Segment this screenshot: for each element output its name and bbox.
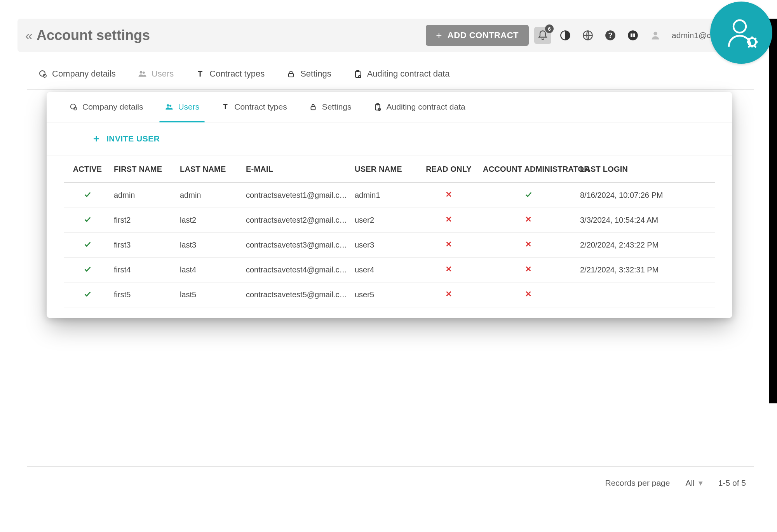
cell-first-name: first5 — [111, 283, 177, 307]
svg-point-6 — [40, 71, 45, 76]
cell-user-name: user3 — [352, 233, 418, 258]
check-icon — [83, 192, 92, 200]
check-icon — [83, 241, 92, 250]
lock-icon — [309, 103, 317, 111]
inner-tab-settings[interactable]: Settings — [298, 92, 362, 122]
col-read-only[interactable]: READ ONLY — [418, 155, 480, 183]
cell-last-login: 2/20/2024, 2:43:22 PM — [577, 233, 715, 258]
users-icon — [138, 69, 147, 78]
table-row[interactable]: first5last5contractsavetest5@gmail.comus… — [64, 283, 715, 307]
pagination-footer: Records per page All ▾ 1-5 of 5 — [27, 466, 754, 488]
cell-first-name: admin — [111, 183, 177, 208]
users-icon — [165, 103, 173, 111]
page-size-select[interactable]: All ▾ — [685, 478, 702, 488]
cell-first-name: first2 — [111, 208, 177, 233]
cell-last-name: last3 — [177, 233, 243, 258]
col-user-name[interactable]: USER NAME — [352, 155, 418, 183]
table-row[interactable]: first4last4contractsavetest4@gmail.comus… — [64, 258, 715, 283]
table-row[interactable]: adminadmincontractsavetest1@gmail.comadm… — [64, 183, 715, 208]
add-contract-button[interactable]: + ADD CONTRACT — [426, 25, 529, 46]
svg-text:T: T — [198, 70, 202, 78]
help-button[interactable]: ? — [602, 27, 619, 44]
cell-last-name: last4 — [177, 258, 243, 283]
person-gear-icon — [723, 14, 760, 51]
tab-settings[interactable]: Settings — [275, 58, 342, 89]
inner-tab-contract-types[interactable]: T Contract types — [210, 92, 298, 122]
col-last-login[interactable]: LAST LOGIN — [577, 155, 715, 183]
outer-tabs: Company details Users T Contract types S… — [27, 58, 754, 90]
cell-last-login: 3/3/2024, 10:54:24 AM — [577, 208, 715, 233]
add-contract-label: ADD CONTRACT — [448, 30, 519, 40]
top-bar-actions: + ADD CONTRACT 6 ? admin1@contractsavep — [426, 19, 758, 52]
col-active[interactable]: ACTIVE — [64, 155, 111, 183]
inner-tab-auditing[interactable]: Auditing contract data — [362, 92, 476, 122]
user-avatar-icon[interactable] — [647, 27, 664, 44]
svg-point-23 — [378, 108, 380, 111]
records-per-page-label: Records per page — [605, 478, 670, 488]
type-icon: T — [195, 69, 205, 78]
cell-user-name: admin1 — [352, 183, 418, 208]
tab-contract-types[interactable]: T Contract types — [185, 58, 275, 89]
cell-user-name: user5 — [352, 283, 418, 307]
svg-point-18 — [170, 105, 171, 106]
lock-icon — [286, 69, 296, 78]
chevron-down-icon: ▾ — [699, 478, 703, 488]
invite-user-label: INVITE USER — [106, 134, 160, 143]
book-icon — [627, 30, 638, 41]
right-edge-decoration — [769, 19, 777, 403]
type-icon: T — [221, 103, 230, 111]
svg-rect-11 — [289, 73, 293, 77]
cell-last-name: last2 — [177, 208, 243, 233]
tab-contract-types-label: Contract types — [209, 69, 265, 79]
cell-email: contractsavetest4@gmail.com — [243, 258, 352, 283]
cell-last-login — [577, 283, 715, 307]
help-icon: ? — [605, 30, 616, 41]
contrast-toggle[interactable] — [557, 27, 574, 44]
back-chevrons-icon[interactable]: « — [25, 28, 30, 43]
table-header-row: ACTIVE FIRST NAME LAST NAME E-MAIL USER … — [64, 155, 715, 183]
inner-tabs: Company details Users T Contract types S… — [47, 92, 732, 122]
inner-tab-users[interactable]: Users — [154, 92, 210, 122]
col-email[interactable]: E-MAIL — [243, 155, 352, 183]
svg-point-4 — [628, 30, 638, 40]
check-icon — [83, 216, 92, 225]
cross-icon — [444, 266, 453, 275]
plus-icon — [92, 134, 101, 143]
svg-point-15 — [71, 104, 76, 109]
notifications-button[interactable]: 6 — [534, 27, 551, 44]
col-first-name[interactable]: FIRST NAME — [111, 155, 177, 183]
svg-text:?: ? — [608, 31, 612, 39]
users-panel: Company details Users T Contract types S… — [47, 92, 732, 318]
contrast-icon — [560, 30, 571, 41]
check-icon — [524, 192, 533, 200]
clipboard-icon — [353, 69, 362, 78]
tab-auditing[interactable]: Auditing contract data — [342, 58, 461, 89]
users-table: ACTIVE FIRST NAME LAST NAME E-MAIL USER … — [64, 155, 715, 307]
cross-icon — [524, 241, 533, 250]
tab-company-details[interactable]: Company details — [27, 58, 127, 89]
svg-point-9 — [143, 72, 145, 74]
inner-tab-users-label: Users — [178, 102, 199, 112]
cell-user-name: user4 — [352, 258, 418, 283]
table-row[interactable]: first3last3contractsavetest3@gmail.comus… — [64, 233, 715, 258]
cross-icon — [524, 216, 533, 225]
svg-rect-20 — [311, 106, 315, 110]
cell-first-name: first4 — [111, 258, 177, 283]
tab-users-label: Users — [152, 69, 174, 79]
cell-last-login: 2/21/2024, 3:32:31 PM — [577, 258, 715, 283]
table-row[interactable]: first2last2contractsavetest2@gmail.comus… — [64, 208, 715, 233]
tab-company-label: Company details — [52, 69, 116, 79]
profile-settings-fab[interactable] — [710, 2, 772, 64]
tab-auditing-label: Auditing contract data — [367, 69, 450, 79]
clipboard-icon — [373, 103, 382, 111]
invite-user-button[interactable]: INVITE USER — [89, 134, 162, 144]
cell-email: contractsavetest1@gmail.com — [243, 183, 352, 208]
check-icon — [83, 291, 92, 300]
inner-tab-company[interactable]: Company details — [58, 92, 154, 122]
language-button[interactable] — [579, 27, 596, 44]
col-account-admin[interactable]: ACCOUNT ADMINISTRATOR — [480, 155, 577, 183]
tab-users[interactable]: Users — [127, 58, 185, 89]
col-last-name[interactable]: LAST NAME — [177, 155, 243, 183]
check-icon — [83, 266, 92, 275]
docs-button[interactable] — [624, 27, 641, 44]
